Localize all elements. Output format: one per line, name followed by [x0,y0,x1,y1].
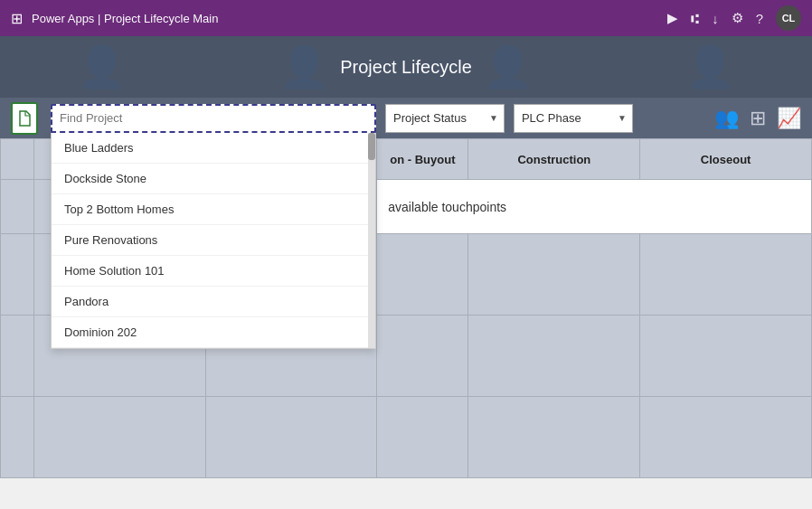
search-input[interactable] [51,104,376,133]
dropdown-item-pandora[interactable]: Pandora [52,287,375,317]
cell-closeout-4 [640,397,812,478]
navbar-right: ▶ ⑆ ↓ ⚙ ? CL [667,5,801,31]
people-icon[interactable]: 👥 [714,107,739,130]
navbar-title: Power Apps | Project Lifecycle Main [32,12,218,25]
cell-buyout-2 [377,234,468,316]
plc-phase-filter[interactable]: PLC Phase ▼ [514,104,633,133]
toolbar-right-icons: 👥 ⊞ 📈 [714,107,801,130]
dropdown-item-top2bottom[interactable]: Top 2 Bottom Homes [52,194,375,225]
no-touchpoints-cell: available touchpoints [377,180,812,234]
dropdown-item-home-solution[interactable]: Home Solution 101 [52,256,375,287]
project-status-filter[interactable]: Project Status ▼ [385,104,505,133]
project-status-label: Project Status [393,111,484,125]
cell-construction-4 [468,397,640,478]
cell-project-4 [33,397,205,478]
dropdown-item-pure-renovations[interactable]: Pure Renovations [52,225,375,256]
cell-buyout-3 [377,316,468,397]
dropdown-item-blue-ladders[interactable]: Blue Ladders [52,133,375,164]
cell-closeout-3 [640,316,812,397]
video-icon[interactable]: ▶ [667,10,678,26]
cell-closeout-2 [640,234,812,316]
apps-grid-icon[interactable]: ⊞ [11,10,23,27]
col-header-buyout: on - Buyout [377,139,468,180]
bg-person-icon-4: 👤 [685,43,735,90]
page-header: 👤 👤 👤 👤 Project Lifecycle [0,36,812,98]
bg-person-icon-1: 👤 [77,43,127,90]
col-header-closeout: Closeout [640,139,812,180]
dropdown-item-dominion[interactable]: Dominion 202 [52,317,375,348]
chart-icon[interactable]: 📈 [777,107,801,130]
col-header-construction: Construction [468,139,640,180]
col-header-num [1,139,34,180]
branch-icon[interactable]: ⑆ [691,11,699,26]
cell-num-3 [1,316,34,397]
navbar: ⊞ Power Apps | Project Lifecycle Main ▶ … [0,0,812,36]
plc-phase-chevron-icon: ▼ [618,113,627,123]
table-row [1,397,812,478]
plc-phase-label: PLC Phase [522,111,612,125]
navbar-left: ⊞ Power Apps | Project Lifecycle Main [11,10,218,27]
toolbar: Blue Ladders Dockside Stone Top 2 Bottom… [0,98,812,138]
search-dropdown: Blue Ladders Dockside Stone Top 2 Bottom… [51,133,376,349]
page-title: Project Lifecycle [340,57,472,78]
cell-construction-2 [468,234,640,316]
settings-icon[interactable]: ⚙ [732,10,743,26]
cell-construction-3 [468,316,640,397]
dropdown-scrollbar[interactable] [368,133,375,348]
cell-num-4 [1,397,34,478]
bg-person-icon-2: 👤 [279,43,329,90]
project-status-chevron-icon: ▼ [489,113,498,123]
search-container: Blue Ladders Dockside Stone Top 2 Bottom… [51,104,376,133]
cell-num-2 [1,234,34,316]
help-icon[interactable]: ? [756,11,763,26]
new-file-button[interactable] [11,102,38,135]
download-icon[interactable]: ↓ [712,11,719,26]
cell-buyout-4 [377,397,468,478]
bg-person-icon-3: 👤 [483,43,533,90]
cell-num-1 [1,180,34,234]
cell-phase-4 [205,397,377,478]
user-avatar[interactable]: CL [776,5,801,31]
table-icon[interactable]: ⊞ [750,107,766,130]
dropdown-item-dockside[interactable]: Dockside Stone [52,164,375,194]
dropdown-scrollbar-thumb[interactable] [368,133,375,160]
